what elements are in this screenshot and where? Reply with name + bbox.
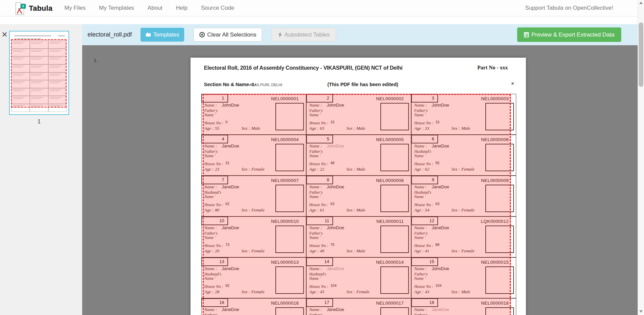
navbar: Tabula My Files My Templates About Help …	[0, 0, 644, 16]
pdf-viewer-area: 1. Electoral Roll, 2016 of Assembly Cons…	[82, 45, 638, 315]
current-filename: electoral_roll.pdf	[88, 24, 132, 45]
main-nav: My Files My Templates About Help Source …	[64, 0, 234, 16]
thumbnail-partno-line	[58, 36, 65, 36]
page-marker: 1.	[94, 57, 98, 63]
support-link[interactable]: Support Tabula on OpenCollective!	[525, 0, 613, 16]
document-title: Electoral Roll, 2016 of Assembly Constit…	[204, 65, 402, 71]
page-thumbnail[interactable]	[9, 31, 69, 115]
nav-my-templates[interactable]: My Templates	[99, 5, 134, 11]
toolbar: electoral_roll.pdf Templates Clear All S…	[82, 24, 638, 45]
brand[interactable]: Tabula	[15, 1, 52, 15]
pdf-page[interactable]: Electoral Roll, 2016 of Assembly Constit…	[191, 58, 526, 315]
preview-export-button[interactable]: Preview & Export Extracted Data	[517, 27, 621, 42]
selection-overlay[interactable]	[203, 94, 511, 315]
lightning-bolt-icon	[278, 32, 282, 38]
scroll-up-icon[interactable]	[639, 2, 643, 4]
scrollbar-thumb[interactable]	[639, 22, 643, 87]
window-scrollbar[interactable]	[638, 0, 644, 315]
circle-x-icon	[199, 32, 205, 38]
thumbnail-page-number: 1	[9, 119, 69, 125]
nav-help[interactable]: Help	[176, 5, 187, 11]
thumbnail-selection-overlay	[11, 39, 66, 108]
document-part-no: Part No - xxx	[477, 65, 508, 71]
section-value: VIKAS PURI, DELHI	[248, 83, 282, 87]
templates-button[interactable]: Templates	[141, 28, 184, 42]
nav-source-code[interactable]: Source Code	[201, 5, 234, 11]
thumbnail-title-line	[14, 36, 51, 36]
selection-close-icon[interactable]: ✕	[511, 81, 515, 86]
tabula-logo-icon	[15, 1, 26, 15]
clear-all-selections-button[interactable]: Clear All Selections	[194, 28, 262, 42]
nav-my-files[interactable]: My Files	[64, 5, 86, 11]
autodetect-tables-button[interactable]: Autodetect Tables	[272, 28, 336, 42]
edited-note: (This PDF file has been edited)	[327, 82, 398, 87]
remove-page-icon[interactable]: ✕	[1, 31, 8, 39]
spreadsheet-icon	[524, 32, 529, 38]
tabula-app: Tabula My Files My Templates About Help …	[0, 0, 644, 315]
brand-title: Tabula	[29, 4, 52, 13]
templates-icon	[146, 32, 151, 37]
nav-about[interactable]: About	[148, 5, 162, 11]
page-thumbnail-sidebar: ✕ 1	[0, 24, 82, 315]
scroll-down-icon[interactable]	[639, 310, 643, 313]
